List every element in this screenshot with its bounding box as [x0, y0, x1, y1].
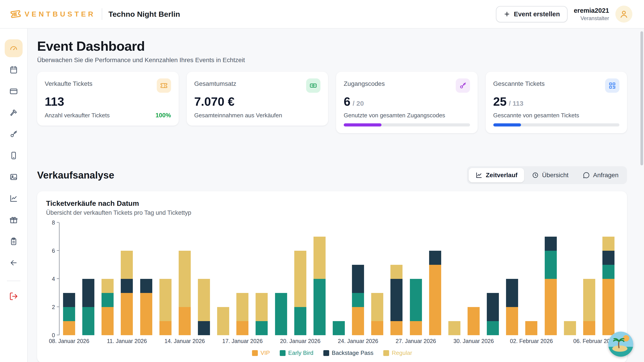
bar-segment-regular[interactable] — [314, 237, 326, 279]
bar-segment-backstage-pass[interactable] — [121, 279, 133, 293]
stacked-bar[interactable] — [602, 237, 614, 335]
bar-segment-vip[interactable] — [410, 321, 422, 335]
bar-segment-vip[interactable] — [525, 321, 537, 335]
bar-segment-early-bird[interactable] — [275, 293, 287, 335]
bar-segment-backstage-pass[interactable] — [63, 293, 75, 307]
stacked-bar[interactable] — [294, 251, 306, 335]
calendar-icon[interactable] — [5, 61, 22, 79]
bar-segment-early-bird[interactable] — [487, 321, 499, 335]
stacked-bar[interactable] — [102, 279, 114, 335]
scrollbar-thumb[interactable] — [640, 31, 643, 165]
stacked-bar[interactable] — [468, 307, 480, 335]
bar-segment-vip[interactable] — [390, 321, 402, 335]
logout-icon[interactable] — [5, 287, 22, 305]
bar-segment-early-bird[interactable] — [294, 307, 306, 335]
stacked-bar[interactable] — [410, 279, 422, 335]
bar-segment-backstage-pass[interactable] — [487, 293, 499, 321]
eventbuster-logo[interactable]: VENTBUSTER — [10, 8, 96, 20]
stacked-bar[interactable] — [583, 279, 595, 335]
stacked-bar[interactable] — [121, 251, 133, 335]
gauge-icon[interactable] — [5, 39, 22, 57]
stacked-bar[interactable] — [275, 293, 287, 335]
stacked-bar[interactable] — [564, 321, 576, 335]
bar-segment-vip[interactable] — [583, 321, 595, 335]
bar-segment-backstage-pass[interactable] — [198, 321, 210, 335]
bar-segment-regular[interactable] — [121, 251, 133, 279]
bar-segment-early-bird[interactable] — [256, 321, 268, 335]
credit-card-icon[interactable] — [5, 82, 22, 100]
bar-segment-backstage-pass[interactable] — [352, 265, 364, 293]
stacked-bar[interactable] — [448, 321, 460, 335]
bar-segment-backstage-pass[interactable] — [140, 279, 152, 293]
bar-segment-regular[interactable] — [102, 279, 114, 293]
stacked-bar[interactable] — [525, 321, 537, 335]
stacked-bar[interactable] — [256, 293, 268, 335]
avatar[interactable] — [616, 5, 632, 22]
bar-segment-early-bird[interactable] — [410, 279, 422, 321]
bar-segment-early-bird[interactable] — [545, 251, 557, 279]
clipboard-icon[interactable] — [5, 232, 22, 250]
bar-segment-regular[interactable] — [294, 251, 306, 307]
image-icon[interactable] — [5, 168, 22, 186]
bar-segment-vip[interactable] — [236, 321, 248, 335]
bar-segment-regular[interactable] — [236, 293, 248, 321]
tab-uebersicht[interactable]: Übersicht — [525, 168, 575, 182]
bar-segment-regular[interactable] — [448, 321, 460, 335]
bar-segment-vip[interactable] — [602, 279, 614, 335]
gift-icon[interactable] — [5, 211, 22, 229]
bar-segment-early-bird[interactable] — [102, 293, 114, 307]
bar-segment-early-bird[interactable] — [63, 307, 75, 321]
bar-segment-early-bird[interactable] — [352, 293, 364, 307]
bar-segment-regular[interactable] — [583, 279, 595, 321]
stacked-bar[interactable] — [179, 251, 191, 335]
tab-anfragen[interactable]: Anfragen — [576, 168, 625, 182]
bar-segment-regular[interactable] — [160, 279, 172, 321]
bar-segment-backstage-pass[interactable] — [82, 279, 94, 307]
bar-segment-regular[interactable] — [256, 293, 268, 321]
bar-segment-regular[interactable] — [217, 307, 229, 335]
bar-segment-regular[interactable] — [602, 237, 614, 251]
bar-segment-vip[interactable] — [429, 265, 441, 335]
smartphone-icon[interactable] — [5, 147, 22, 164]
stacked-bar[interactable] — [487, 293, 499, 335]
bar-segment-vip[interactable] — [140, 293, 152, 335]
chart-line-icon[interactable] — [5, 189, 22, 207]
stacked-bar[interactable] — [390, 265, 402, 335]
bar-segment-backstage-pass[interactable] — [506, 279, 518, 307]
bar-segment-vip[interactable] — [121, 293, 133, 335]
bar-segment-vip[interactable] — [160, 321, 172, 335]
bar-segment-regular[interactable] — [179, 251, 191, 307]
bar-segment-vip[interactable] — [371, 321, 383, 335]
bar-segment-vip[interactable] — [179, 307, 191, 335]
bar-segment-regular[interactable] — [390, 265, 402, 279]
bar-segment-early-bird[interactable] — [602, 265, 614, 279]
stacked-bar[interactable] — [545, 237, 557, 335]
key-icon[interactable] — [5, 125, 22, 143]
stacked-bar[interactable] — [506, 279, 518, 335]
bar-segment-backstage-pass[interactable] — [602, 251, 614, 265]
stacked-bar[interactable] — [140, 279, 152, 335]
island-sticker[interactable] — [608, 332, 633, 357]
bar-segment-regular[interactable] — [564, 321, 576, 335]
bar-segment-vip[interactable] — [102, 307, 114, 335]
tab-zeitverlauf[interactable]: Zeitverlauf — [469, 168, 524, 182]
arrow-left-icon[interactable] — [5, 254, 22, 272]
bar-segment-vip[interactable] — [63, 321, 75, 335]
bar-segment-vip[interactable] — [468, 307, 480, 335]
bar-segment-early-bird[interactable] — [333, 321, 345, 335]
hammer-icon[interactable] — [5, 104, 22, 122]
bar-segment-backstage-pass[interactable] — [545, 237, 557, 251]
bar-segment-early-bird[interactable] — [82, 307, 94, 335]
bar-segment-regular[interactable] — [198, 279, 210, 321]
stacked-bar[interactable] — [63, 293, 75, 335]
stacked-bar[interactable] — [314, 237, 326, 335]
stacked-bar[interactable] — [236, 293, 248, 335]
stacked-bar[interactable] — [198, 279, 210, 335]
stacked-bar[interactable] — [333, 321, 345, 335]
stacked-bar[interactable] — [371, 293, 383, 335]
bar-segment-backstage-pass[interactable] — [390, 279, 402, 321]
stacked-bar[interactable] — [352, 265, 364, 335]
bar-segment-vip[interactable] — [352, 307, 364, 335]
bar-segment-vip[interactable] — [506, 307, 518, 335]
stacked-bar[interactable] — [82, 279, 94, 335]
